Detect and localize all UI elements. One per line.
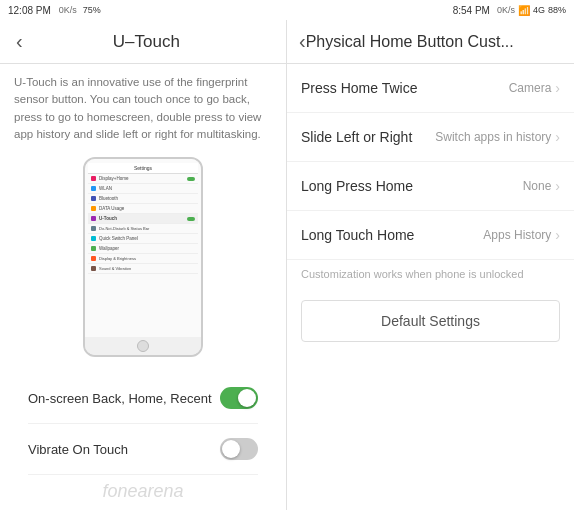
left-time: 12:08 PM [8,5,51,16]
phone-item-3: Bluetooth [88,194,198,204]
right-wifi-icon: 📶 [518,5,530,16]
phone-mockup: Settings Display+Home WLAN Bluetooth [83,157,203,357]
left-battery: 75% [83,5,101,15]
left-description: U-Touch is an innovative use of the fing… [14,74,272,143]
option-value-text-4: Apps History [483,228,551,242]
chevron-icon-4: › [555,227,560,243]
status-bars: 12:08 PM 0K/s 75% 8:54 PM 0K/s 📶 4G 88% [0,0,574,20]
option-value-2: Switch apps in history › [435,129,560,145]
vibrate-setting-row: Vibrate On Touch [28,424,258,475]
option-value-text-2: Switch apps in history [435,130,551,144]
chevron-icon-2: › [555,129,560,145]
option-label-3: Long Press Home [301,178,413,194]
phone-settings-header: Settings [88,163,198,174]
watermark: fonearena [14,475,272,508]
right-panel: ‹ Physical Home Button Cust... Press Hom… [287,20,574,510]
phone-item-7: Quick Switch Panel [88,234,198,244]
right-content: Press Home Twice Camera › Slide Left or … [287,64,574,510]
default-settings-button[interactable]: Default Settings [301,300,560,342]
left-status-bar: 12:08 PM 0K/s 75% [0,0,287,20]
right-signal-icon: 4G [533,5,545,15]
right-status-bar: 8:54 PM 0K/s 📶 4G 88% [287,0,574,20]
option-value-3: None › [523,178,560,194]
option-value-text-1: Camera [509,81,552,95]
on-screen-label: On-screen Back, Home, Recent [28,391,212,406]
phone-item-5: U-Touch [88,214,198,224]
vibrate-toggle[interactable] [220,438,258,460]
right-network: 0K/s [497,5,515,15]
right-header: ‹ Physical Home Button Cust... [287,20,574,64]
phone-item-10: Sound & Vibration [88,264,198,274]
left-panel-title: U–Touch [23,32,270,52]
option-value-4: Apps History › [483,227,560,243]
left-header: ‹ U–Touch [0,20,286,64]
phone-home-bar [85,337,201,355]
right-time: 8:54 PM [453,5,490,16]
main-panels: ‹ U–Touch U-Touch is an innovative use o… [0,20,574,510]
vibrate-label: Vibrate On Touch [28,442,128,457]
phone-item-8: Wallpaper [88,244,198,254]
phone-item-1: Display+Home [88,174,198,184]
left-content: U-Touch is an innovative use of the fing… [0,64,286,510]
phone-item-9: Display & Brightness [88,254,198,264]
option-value-text-3: None [523,179,552,193]
left-back-button[interactable]: ‹ [16,30,23,53]
phone-item-6: Do-Not-Disturb & Status Bar [88,224,198,234]
option-press-home-twice[interactable]: Press Home Twice Camera › [287,64,574,113]
left-network: 0K/s [59,5,77,15]
chevron-icon-1: › [555,80,560,96]
phone-screen: Settings Display+Home WLAN Bluetooth [85,159,201,337]
left-settings: On-screen Back, Home, Recent Vibrate On … [14,373,272,475]
option-slide-left-right[interactable]: Slide Left or Right Switch apps in histo… [287,113,574,162]
option-label-4: Long Touch Home [301,227,414,243]
on-screen-setting-row: On-screen Back, Home, Recent [28,373,258,424]
left-panel: ‹ U–Touch U-Touch is an innovative use o… [0,20,287,510]
option-label-1: Press Home Twice [301,80,417,96]
option-value-1: Camera › [509,80,560,96]
chevron-icon-3: › [555,178,560,194]
phone-home-circle [137,340,149,352]
right-back-button[interactable]: ‹ [299,30,306,53]
right-battery: 88% [548,5,566,15]
option-label-2: Slide Left or Right [301,129,412,145]
right-panel-title: Physical Home Button Cust... [306,33,562,51]
option-long-touch-home[interactable]: Long Touch Home Apps History › [287,211,574,260]
phone-item-4: DATA Usage [88,204,198,214]
customization-note: Customization works when phone is unlock… [287,260,574,288]
on-screen-toggle[interactable] [220,387,258,409]
phone-item-2: WLAN [88,184,198,194]
option-long-press-home[interactable]: Long Press Home None › [287,162,574,211]
